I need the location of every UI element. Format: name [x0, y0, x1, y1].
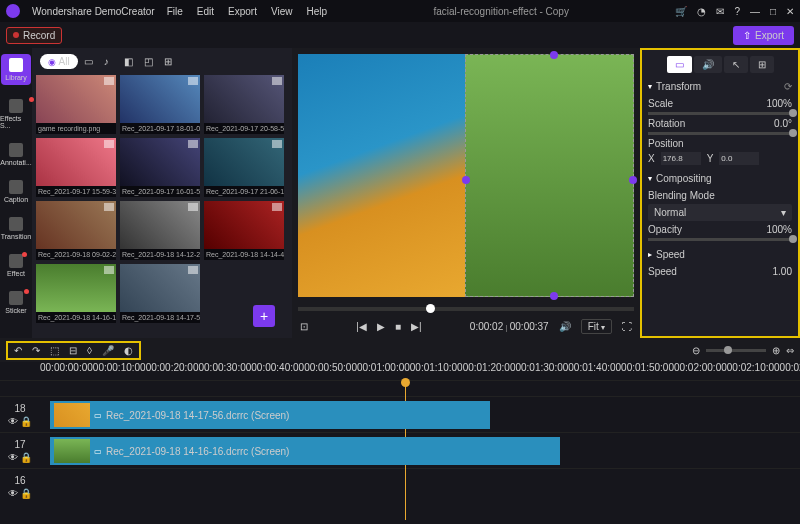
volume-icon[interactable]: 🔊 — [559, 321, 571, 332]
main-menu: File Edit Export View Help — [167, 6, 327, 17]
lib-icon-1[interactable]: ▭ — [84, 56, 96, 68]
menu-help[interactable]: Help — [306, 6, 327, 17]
timeline-track-16: 16👁 🔒 — [0, 468, 800, 504]
media-item[interactable]: game recording.png — [36, 75, 116, 134]
scale-slider[interactable] — [648, 112, 792, 115]
lib-icon-5[interactable]: ⊞ — [164, 56, 176, 68]
mic-icon[interactable]: 🎤 — [102, 345, 114, 356]
lib-icon-4[interactable]: ◰ — [144, 56, 156, 68]
sidebar-tab-sticker[interactable]: Sticker — [5, 291, 26, 314]
zoom-in-icon[interactable]: ⊕ — [772, 345, 780, 356]
preview-panel: + ⊡ |◀ ▶ ■ ▶| 0:00:02 | 00:00:37 🔊 Fit ▾… — [292, 48, 640, 338]
library-panel: ◉ All ▭ ♪ ◧ ◰ ⊞ game recording.png Rec_2… — [32, 48, 292, 338]
resize-handle-icon[interactable] — [550, 292, 558, 300]
snapshot-icon[interactable]: ⊡ — [300, 321, 308, 332]
media-item[interactable]: Rec_2021-09-18 14-14-47... — [204, 201, 284, 260]
media-item[interactable]: Rec_2021-09-18 14-17-56... — [120, 264, 200, 323]
media-thumbnails: game recording.png Rec_2021-09-17 18-01-… — [36, 75, 288, 323]
crop-icon[interactable]: ⬚ — [50, 345, 59, 356]
menu-export[interactable]: Export — [228, 6, 257, 17]
prev-frame-icon[interactable]: |◀ — [356, 321, 367, 332]
menu-edit[interactable]: Edit — [197, 6, 214, 17]
time-ruler[interactable]: 00:00:00:0000:00:10:0000:00:20:0000:00:3… — [0, 362, 800, 380]
lib-icon-2[interactable]: ♪ — [104, 56, 116, 68]
resize-handle-icon[interactable] — [550, 51, 558, 59]
sidebar-tab-annotation[interactable]: Annotati... — [0, 143, 32, 166]
prop-tab-screen[interactable]: ⊞ — [750, 56, 774, 73]
blend-mode-select[interactable]: Normal▾ — [648, 204, 792, 221]
speed-icon[interactable]: ◐ — [124, 345, 133, 356]
position-y-input[interactable] — [719, 152, 759, 165]
user-icon[interactable]: ◔ — [697, 6, 706, 17]
marker-icon[interactable]: ◊ — [87, 345, 92, 356]
sidebar-tab-effects-store[interactable]: Effects S... — [0, 99, 32, 129]
zoom-slider[interactable] — [706, 349, 766, 352]
window-controls: 🛒 ◔ ✉ ? — □ ✕ — [675, 6, 794, 17]
next-frame-icon[interactable]: ▶| — [411, 321, 422, 332]
reset-icon[interactable]: ⟳ — [784, 81, 792, 92]
maximize-icon[interactable]: □ — [770, 6, 776, 17]
section-speed[interactable]: Speed — [648, 249, 792, 260]
media-item[interactable]: Rec_2021-09-18 14-12-23... — [120, 201, 200, 260]
transition-icon — [9, 217, 23, 231]
section-transform[interactable]: Transform⟳ — [648, 81, 792, 92]
time-display: 0:00:02 | 00:00:37 — [470, 321, 549, 332]
section-compositing[interactable]: Compositing — [648, 173, 792, 184]
split-icon[interactable]: ⊟ — [69, 345, 77, 356]
zoom-out-icon[interactable]: ⊖ — [692, 345, 700, 356]
preview-seekbar[interactable] — [298, 307, 634, 311]
menu-file[interactable]: File — [167, 6, 183, 17]
visibility-icon[interactable]: 👁 🔒 — [8, 416, 33, 427]
export-button[interactable]: ⇧ Export — [733, 26, 794, 45]
add-media-button[interactable]: + — [253, 305, 275, 327]
clip-item[interactable]: ▭ Rec_2021-09-18 14-16-16.dcrrc (Screen) — [50, 437, 560, 465]
media-item[interactable]: Rec_2021-09-17 21-06-19... — [204, 138, 284, 197]
app-logo-icon — [6, 4, 20, 18]
fullscreen-icon[interactable]: ⛶ — [622, 321, 632, 332]
sidebar-tab-library[interactable]: Library — [1, 54, 30, 85]
fit-dropdown[interactable]: Fit ▾ — [581, 319, 612, 334]
rotation-slider[interactable] — [648, 132, 792, 135]
preview-controls: ⊡ |◀ ▶ ■ ▶| 0:00:02 | 00:00:37 🔊 Fit ▾ ⛶ — [298, 315, 634, 338]
menu-view[interactable]: View — [271, 6, 293, 17]
clip-item[interactable]: ▭ Rec_2021-09-18 14-17-56.dcrrc (Screen) — [50, 401, 490, 429]
sidebar-tab-transition[interactable]: Transition — [1, 217, 31, 240]
help-icon[interactable]: ? — [734, 6, 740, 17]
prop-tab-audio[interactable]: 🔊 — [694, 56, 722, 73]
record-button[interactable]: Record — [6, 27, 62, 44]
minimize-icon[interactable]: — — [750, 6, 760, 17]
filter-all-button[interactable]: ◉ All — [40, 54, 78, 69]
timeline-track-18: 18👁 🔒 ▭ Rec_2021-09-18 14-17-56.dcrrc (S… — [0, 396, 800, 432]
visibility-icon[interactable]: 👁 🔒 — [8, 452, 33, 463]
visibility-icon[interactable]: 👁 🔒 — [8, 488, 33, 499]
opacity-slider[interactable] — [648, 238, 792, 241]
zoom-fit-icon[interactable]: ⇔ — [786, 345, 794, 356]
position-x-input[interactable] — [661, 152, 701, 165]
library-icon — [9, 58, 23, 72]
left-sidebar: Library Effects S... Annotati... Caption… — [0, 48, 32, 338]
lib-icon-3[interactable]: ◧ — [124, 56, 136, 68]
preview-layer-grass-selected[interactable] — [465, 54, 634, 297]
close-icon[interactable]: ✕ — [786, 6, 794, 17]
sidebar-tab-effect[interactable]: Effect — [7, 254, 25, 277]
prop-tab-cursor[interactable]: ↖ — [724, 56, 748, 73]
stop-icon[interactable]: ■ — [395, 321, 401, 332]
media-item[interactable]: Rec_2021-09-18 09-02-23... — [36, 201, 116, 260]
media-item[interactable]: Rec_2021-09-17 15-59-33... — [36, 138, 116, 197]
resize-handle-icon[interactable] — [629, 176, 637, 184]
media-item[interactable]: Rec_2021-09-18 14-16-16... — [36, 264, 116, 323]
cart-icon[interactable]: 🛒 — [675, 6, 687, 17]
media-item[interactable]: Rec_2021-09-17 20-58-57... — [204, 75, 284, 134]
sidebar-tab-caption[interactable]: Caption — [4, 180, 28, 203]
play-icon[interactable]: ▶ — [377, 321, 385, 332]
preview-viewport[interactable]: + — [298, 54, 634, 297]
resize-handle-icon[interactable] — [462, 176, 470, 184]
prop-tab-video[interactable]: ▭ — [667, 56, 692, 73]
undo-icon[interactable]: ↶ — [14, 345, 22, 356]
media-item[interactable]: Rec_2021-09-17 16-01-54... — [120, 138, 200, 197]
edit-tools-group: ↶ ↷ ⬚ ⊟ ◊ 🎤 ◐ — [6, 341, 141, 360]
properties-panel: ▭ 🔊 ↖ ⊞ Transform⟳ Scale100% Rotation0.0… — [640, 48, 800, 338]
redo-icon[interactable]: ↷ — [32, 345, 40, 356]
mail-icon[interactable]: ✉ — [716, 6, 724, 17]
media-item[interactable]: Rec_2021-09-17 18-01-09... — [120, 75, 200, 134]
